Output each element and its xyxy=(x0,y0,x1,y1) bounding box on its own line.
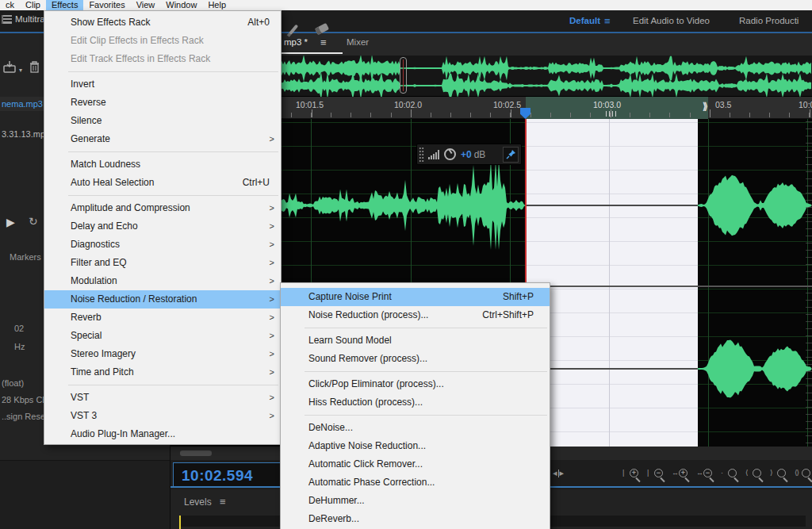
submenu-arrow-icon: > xyxy=(270,254,274,272)
submenu-arrow-icon: > xyxy=(270,130,274,148)
hud-grip-icon[interactable] xyxy=(419,147,424,162)
menu-separator xyxy=(304,328,547,328)
submenu-item-automatic-click-remover[interactable]: Automatic Click Remover... xyxy=(281,455,550,473)
menu-item-match-loudness[interactable]: Match Loudness xyxy=(44,155,281,174)
submenu-item-denoise[interactable]: DeNoise... xyxy=(281,419,550,437)
menu-item-vst-3[interactable]: VST 3> xyxy=(44,407,281,425)
menu-item-reverb[interactable]: Reverb> xyxy=(44,309,281,327)
timecode-value[interactable]: 10:02.594 xyxy=(182,467,253,485)
menu-item-filter-and-eq[interactable]: Filter and EQ> xyxy=(44,254,281,272)
hud-pin-button[interactable] xyxy=(503,147,519,163)
level-meter-zero-line xyxy=(179,516,181,529)
file-property-fragment: 02 xyxy=(14,324,24,333)
menu-item-stereo-imagery[interactable]: Stereo Imagery> xyxy=(44,345,281,363)
file-property-fragment: Hz xyxy=(14,342,25,351)
zoom-to-selection-icon[interactable]: ⟨⟩ xyxy=(795,467,812,481)
zoom-in-point-icon[interactable]: ⟨ xyxy=(745,467,765,481)
menu-item-time-and-pitch[interactable]: Time and Pitch> xyxy=(44,363,281,381)
ruler-label: 10:02.0 xyxy=(394,100,422,109)
submenu-item-sound-remover-process[interactable]: Sound Remover (process)... xyxy=(281,350,550,368)
menu-item-noise-reduction-restoration[interactable]: Noise Reduction / Restoration> xyxy=(44,290,281,309)
menu-item-delay-and-echo[interactable]: Delay and Echo> xyxy=(44,217,281,236)
menu-item-silence[interactable]: Silence xyxy=(44,112,281,130)
levels-panel-menu-icon[interactable]: ≡ xyxy=(220,496,226,508)
zoom-in-vertical-icon[interactable]: |+ xyxy=(622,467,642,481)
menu-item-edit-track-effects-in-effects-rack[interactable]: Edit Track Effects in Effects Rack xyxy=(44,50,281,68)
menubar-item-favorites[interactable]: Favorites xyxy=(83,0,130,10)
submenu-arrow-icon: > xyxy=(270,363,274,381)
submenu-arrow-icon: > xyxy=(270,345,274,363)
panel-menu-icon[interactable]: ≡ xyxy=(320,36,327,48)
menu-item-auto-heal-selection[interactable]: Auto Heal SelectionCtrl+U xyxy=(44,174,281,192)
tab-mixer[interactable]: Mixer xyxy=(347,37,369,47)
submenu-item-automatic-phase-correction[interactable]: Automatic Phase Correction... xyxy=(281,473,550,492)
pin-icon xyxy=(506,149,516,159)
overview-playhead-handle[interactable] xyxy=(400,57,407,94)
submenu-item-capture-noise-print[interactable]: Capture Noise PrintShift+P xyxy=(281,288,550,306)
tab-audio-file[interactable]: mp3 * xyxy=(284,37,308,47)
submenu-arrow-icon: > xyxy=(270,236,274,254)
zoom-out-vertical-icon[interactable]: |− xyxy=(647,467,667,481)
play-icon[interactable]: ▶ xyxy=(6,216,15,228)
menu-item-generate[interactable]: Generate> xyxy=(44,130,281,148)
ruler-label: 03.5 xyxy=(715,100,731,109)
submenu-arrow-icon: > xyxy=(270,217,274,236)
submenu-item-dehummer[interactable]: DeHummer... xyxy=(281,492,550,510)
submenu-item-click-pop-eliminator-process[interactable]: Click/Pop Eliminator (process)... xyxy=(281,375,550,393)
import-file-icon[interactable] xyxy=(3,60,19,74)
ruler-label: 10:01.5 xyxy=(296,100,324,109)
amplitude-ruler xyxy=(806,119,812,447)
gain-knob-icon[interactable] xyxy=(444,148,456,160)
menubar-item-ck[interactable]: ck xyxy=(0,0,20,10)
selection-right-bracket-icon[interactable]: ⟫ xyxy=(703,101,708,112)
workspace-menu-icon[interactable]: ≡ xyxy=(604,10,611,32)
scrollbar-handle[interactable] xyxy=(180,450,212,456)
submenu-arrow-icon: > xyxy=(270,327,274,345)
submenu-item-dereverb[interactable]: DeReverb... xyxy=(281,510,550,528)
adjust-selection-icon[interactable]: ◂▸ xyxy=(553,468,564,478)
file-property-fragment: 28 Kbps CB xyxy=(2,395,48,404)
menubar: ckClipEffectsFavoritesViewWindowHelp xyxy=(0,0,812,10)
menu-separator xyxy=(304,415,547,416)
menu-item-reverse[interactable]: Reverse xyxy=(44,94,281,112)
menubar-item-window[interactable]: Window xyxy=(160,0,202,10)
submenu-arrow-icon: > xyxy=(270,407,274,425)
menu-separator xyxy=(68,195,278,196)
menubar-item-view[interactable]: View xyxy=(131,0,161,10)
zoom-out-horizontal-icon[interactable]: ↔− xyxy=(696,467,716,481)
ruler-label: 10:02.5 xyxy=(493,100,521,109)
submenu-arrow-icon: > xyxy=(270,290,274,309)
workspace-default[interactable]: Default xyxy=(569,10,600,32)
menu-item-modulation[interactable]: Modulation> xyxy=(44,272,281,290)
gain-value[interactable]: +0 xyxy=(461,149,472,160)
submenu-item-hiss-reduction-process[interactable]: Hiss Reduction (process)... xyxy=(281,393,550,412)
submenu-item-noise-reduction-process[interactable]: Noise Reduction (process)...Ctrl+Shift+P xyxy=(281,306,550,324)
menu-item-edit-clip-effects-in-effects-rack[interactable]: Edit Clip Effects in Effects Rack xyxy=(44,32,281,50)
submenu-item-learn-sound-model[interactable]: Learn Sound Model xyxy=(281,332,550,350)
selection-center-handle-icon[interactable] xyxy=(606,111,617,117)
menu-item-special[interactable]: Special> xyxy=(44,327,281,345)
gain-unit: dB xyxy=(474,149,486,160)
menubar-item-effects[interactable]: Effects xyxy=(46,0,83,10)
menu-item-diagnostics[interactable]: Diagnostics> xyxy=(44,236,281,254)
workspace-edit-audio-to-video[interactable]: Edit Audio to Video xyxy=(633,10,710,32)
zoom-out-point-icon[interactable]: ⟩ xyxy=(770,467,790,481)
menubar-item-help[interactable]: Help xyxy=(202,0,232,10)
zoom-in-horizontal-icon[interactable]: ↔+ xyxy=(672,467,691,481)
menubar-item-clip[interactable]: Clip xyxy=(20,0,46,10)
loop-playback-icon[interactable]: ↻ xyxy=(29,215,38,228)
menu-item-show-effects-rack[interactable]: Show Effects RackAlt+0 xyxy=(44,13,281,32)
menu-item-invert[interactable]: Invert xyxy=(44,75,281,94)
menu-item-amplitude-and-compression[interactable]: Amplitude and Compression> xyxy=(44,199,281,217)
markers-label: Markers xyxy=(10,252,41,262)
import-dropdown-caret-icon[interactable]: ▾ xyxy=(19,67,22,74)
trash-icon[interactable] xyxy=(29,60,40,74)
audition-window: ckClipEffectsFavoritesViewWindowHelp Mul… xyxy=(0,0,812,529)
levels-panel-title: Levels xyxy=(184,496,212,508)
workspace-radio-producti[interactable]: Radio Producti xyxy=(739,10,799,32)
zoom-selection-icon[interactable]: · xyxy=(721,467,741,481)
menu-item-vst[interactable]: VST> xyxy=(44,389,281,407)
menu-item-audio-plug-in-manager[interactable]: Audio Plug-In Manager... xyxy=(44,425,281,443)
submenu-item-adaptive-noise-reduction[interactable]: Adaptive Noise Reduction... xyxy=(281,437,550,455)
file-property-fragment: ..sign Rese xyxy=(2,412,45,421)
